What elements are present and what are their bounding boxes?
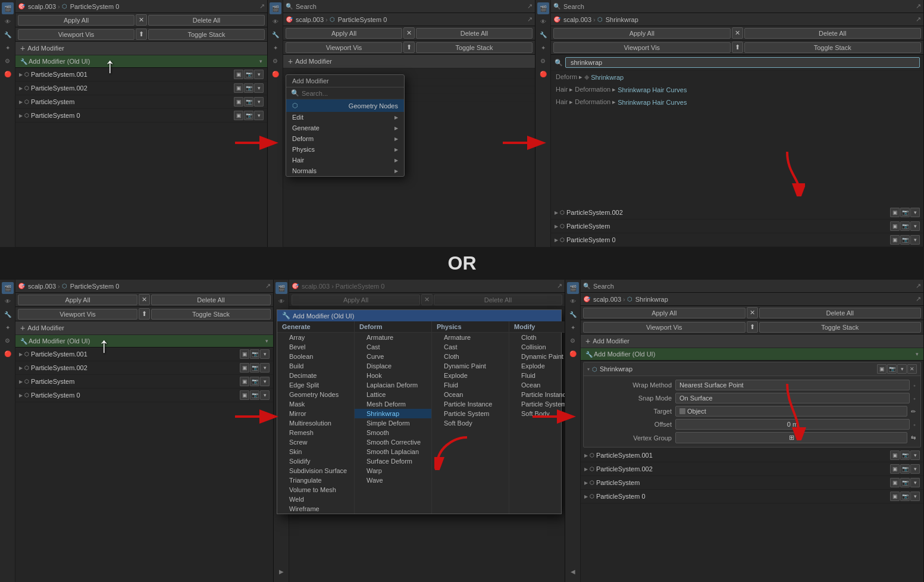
particle-item-br-1[interactable]: ▶ ⬡ ParticleSystem.002 ▣ 📷 ▾ [581,462,923,476]
camera-btn-bl-1[interactable]: 📷 [250,363,259,373]
expand-btn-tr[interactable]: ↗ [916,15,921,23]
delete-all-btn-bm[interactable]: Delete All [434,295,562,305]
render-btn-tr-1[interactable]: ▣ [890,221,900,231]
expand2-btn-tm[interactable]: ⬆ [403,42,415,53]
viewport-vis-btn[interactable]: Viewport Vis [18,29,134,40]
ld-item-smooth-corrective[interactable]: Smooth Corrective [355,437,431,447]
more-btn-bl-1[interactable]: ▾ [260,363,270,373]
ld-item-soft-body[interactable]: Soft Body [432,418,509,428]
more-btn-tl-0[interactable]: ▾ [254,70,264,79]
sidebar-icon-br-5[interactable]: 🔴 [567,348,579,359]
expand2-btn-tr[interactable]: ⬆ [732,42,743,53]
expand2-btn-br[interactable]: ⬆ [747,321,758,333]
sidebar-icon-particle[interactable]: ✦ [2,42,14,54]
geometry-nodes-item[interactable]: ⬡ Geometry Nodes [286,99,404,112]
more-btn-tl-3[interactable]: ▾ [254,111,264,120]
sidebar-icon-modifier[interactable]: 🔧 [2,29,14,40]
ld-item-bevel[interactable]: Bevel [289,342,354,352]
ld-item-cloth-m[interactable]: Cloth [509,333,565,342]
sidebar-icon-tm-1[interactable]: 👁 [270,15,281,27]
ld-item-warp[interactable]: Warp [355,466,431,475]
more-btn-br-2[interactable]: ▾ [910,478,920,487]
expand-btn-bm[interactable]: ↗ [557,282,562,290]
sidebar-icon-tm-0[interactable]: 🎬 [270,2,281,14]
add-modifier-bar-tm[interactable]: + Add Modifier [283,55,535,68]
particle-item-br-2[interactable]: ▶ ⬡ ParticleSystem ▣ 📷 ▾ [581,476,923,490]
delete-all-btn-bl[interactable]: Delete All [151,295,271,305]
particle-item-bl-3[interactable]: ▶ ⬡ ParticleSystem 0 ▣ 📷 ▾ [15,389,273,402]
ld-item-particle-inst-m[interactable]: Particle Instance [509,390,565,399]
header-expand-btn[interactable]: ↗ [259,2,265,10]
particle-item-tr-2[interactable]: ▶ ⬡ ParticleSystem 0 ▣ 📷 ▾ [551,233,923,247]
ld-item-mask[interactable]: Mask [289,399,354,409]
sidebar-icon-br-collapse[interactable]: ◀ [567,565,579,577]
expand-btn-br[interactable]: ↗ [916,282,921,290]
sidebar-icon-tr-3[interactable]: ✦ [537,42,549,54]
render-btn-bl-2[interactable]: ▣ [240,377,249,386]
close-btn-tr[interactable]: ✕ [732,27,743,39]
header-expand-btn-tm[interactable]: ↗ [527,2,533,10]
target-eyedropper[interactable]: ✏ [911,408,916,415]
camera-btn-br-2[interactable]: 📷 [900,478,910,487]
close-btn-tm[interactable]: ✕ [403,27,415,39]
ld-item-mesh-deform[interactable]: Mesh Deform [355,399,431,409]
ld-item-explode[interactable]: Explode [432,371,509,380]
camera-btn-tr-2[interactable]: 📷 [900,235,910,245]
sidebar-icon-bl-0[interactable]: 🎬 [2,282,14,294]
more-btn-br-3[interactable]: ▾ [910,492,920,501]
add-mod-old-bar-bl[interactable]: 🔧 Add Modifier (Old UI) ▾ [15,335,273,348]
sidebar-icon-bm-collapse[interactable]: ▶ [275,565,287,577]
sidebar-icon-br-0[interactable]: 🎬 [567,282,579,294]
viewport-vis-btn-tm[interactable]: Viewport Vis [286,42,402,53]
ld-item-explode-m[interactable]: Explode [509,361,565,371]
ld-item-ocean[interactable]: Ocean [432,390,509,399]
ld-item-triangulate[interactable]: Triangulate [289,475,354,485]
render-btn-tl-3[interactable]: ▣ [234,111,243,120]
render-btn-tr-2[interactable]: ▣ [890,235,900,245]
render-btn-tr-0[interactable]: ▣ [890,208,900,217]
ld-item-remesh[interactable]: Remesh [289,428,354,437]
ld-item-boolean[interactable]: Boolean [289,352,354,361]
ld-item-smooth-laplacian[interactable]: Smooth Laplacian [355,447,431,456]
render-btn-tl-0[interactable]: ▣ [234,70,243,79]
ld-item-solidify[interactable]: Solidify [289,456,354,466]
apply-all-btn-bl[interactable]: Apply All [18,295,137,305]
toggle-stack-btn-tr[interactable]: Toggle Stack [744,42,922,53]
ld-item-array[interactable]: Array [289,333,354,342]
camera-btn-bl-0[interactable]: 📷 [250,349,259,359]
expand-btn-tr-top[interactable]: ↗ [916,2,921,10]
camera-btn-tr-1[interactable]: 📷 [900,221,910,231]
sidebar-icon-tm-5[interactable]: 🔴 [270,68,281,80]
sidebar-icon-br-2[interactable]: 🔧 [567,308,579,320]
render-btn-br-0[interactable]: ▣ [890,450,900,460]
particle-item-br-3[interactable]: ▶ ⬡ ParticleSystem 0 ▣ 📷 ▾ [581,490,923,503]
ld-item-mirror[interactable]: Mirror [289,409,354,418]
search-input-br[interactable] [593,283,914,290]
ld-item-screw[interactable]: Screw [289,437,354,447]
ld-item-decimate[interactable]: Decimate [289,371,354,380]
result-shrinkwrap[interactable]: Deform ▸ ◆ Shrinkwrap [551,71,923,83]
sw-more-btn[interactable]: ▾ [897,364,907,374]
sidebar-icon-tr-0[interactable]: 🎬 [537,2,549,14]
more-btn-bl-3[interactable]: ▾ [260,390,270,400]
apply-all-btn-tr[interactable]: Apply All [553,28,731,39]
result-shrinkwrap-hair-2[interactable]: Hair ▸ Deformation ▸ Shrinkwrap Hair Cur… [551,96,923,108]
sidebar-icon-tr-1[interactable]: 👁 [537,15,549,27]
sw-close-btn[interactable]: ✕ [907,364,917,374]
expand-btn-tm[interactable]: ↗ [527,15,533,23]
close-btn-br[interactable]: ✕ [747,307,758,318]
add-mod-old-bar[interactable]: 🔧 Add Modifier (Old UI) ▾ [15,55,267,68]
apply-all-btn[interactable]: Apply All [18,15,134,26]
close-btn-bm[interactable]: ✕ [421,294,433,305]
sw-render-btn[interactable]: ▣ [877,364,887,374]
ld-item-laplacian[interactable]: Laplacian Deform [355,380,431,390]
ld-item-wave[interactable]: Wave [355,475,431,485]
search-input-tm[interactable] [296,3,525,10]
particle-item-tl-2[interactable]: ▶ ⬡ ParticleSystem ▣ 📷 ▾ [15,95,267,109]
sidebar-icon-tr-2[interactable]: 🔧 [537,29,549,40]
sidebar-icon-tm-3[interactable]: ✦ [270,42,281,54]
particle-item-tl-3[interactable]: ▶ ⬡ ParticleSystem 0 ▣ 📷 ▾ [15,109,267,123]
delete-all-btn[interactable]: Delete All [148,15,265,26]
expand-btn[interactable]: ⬆ [136,29,147,40]
add-modifier-bar-top-left[interactable]: + Add Modifier [15,42,267,55]
